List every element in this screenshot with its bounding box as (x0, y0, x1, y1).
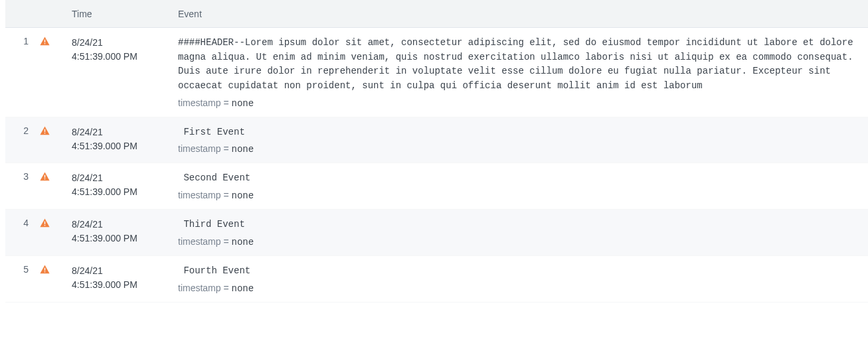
table-row[interactable]: 4 8/24/21 4:51:39.000 PM Third Event tim… (5, 210, 868, 256)
row-status (35, 218, 72, 247)
row-clock: 4:51:39.000 PM (72, 139, 171, 153)
warning-icon (39, 171, 50, 182)
row-number: 4 (5, 218, 35, 247)
row-date: 8/24/21 (72, 36, 171, 50)
row-status (35, 36, 72, 109)
row-event: ####HEADER--Lorem ipsum dolor sit amet, … (178, 36, 868, 109)
row-clock: 4:51:39.000 PM (72, 185, 171, 199)
event-meta: timestamp = none (178, 236, 855, 247)
event-meta: timestamp = none (178, 98, 855, 109)
meta-value: none (232, 98, 254, 109)
warning-icon (39, 36, 50, 47)
event-raw-text: First Event (178, 125, 855, 140)
row-clock: 4:51:39.000 PM (72, 278, 171, 292)
row-date: 8/24/21 (72, 264, 171, 278)
meta-key: timestamp (178, 190, 221, 200)
row-clock: 4:51:39.000 PM (72, 50, 171, 64)
svg-rect-2 (44, 129, 45, 131)
row-time: 8/24/21 4:51:39.000 PM (72, 264, 178, 294)
col-header-time[interactable]: Time (72, 9, 178, 19)
meta-key: timestamp (178, 98, 221, 108)
meta-value: none (232, 237, 254, 247)
row-clock: 4:51:39.000 PM (72, 232, 171, 245)
row-time: 8/24/21 4:51:39.000 PM (72, 36, 178, 109)
row-time: 8/24/21 4:51:39.000 PM (72, 171, 178, 201)
row-number: 5 (5, 264, 35, 294)
row-event: Third Event timestamp = none (178, 218, 868, 247)
event-raw-text: Fourth Event (178, 264, 855, 279)
row-time: 8/24/21 4:51:39.000 PM (72, 125, 178, 155)
svg-rect-8 (44, 267, 45, 270)
svg-rect-0 (44, 40, 45, 42)
warning-icon (39, 264, 50, 275)
row-date: 8/24/21 (72, 171, 171, 185)
row-number: 1 (5, 36, 35, 109)
event-meta: timestamp = none (178, 190, 855, 201)
row-number: 2 (5, 125, 35, 155)
row-status (35, 171, 72, 201)
row-date: 8/24/21 (72, 218, 171, 232)
svg-rect-3 (44, 133, 45, 133)
row-event: Second Event timestamp = none (178, 171, 868, 201)
svg-rect-1 (44, 43, 45, 44)
event-meta: timestamp = none (178, 143, 855, 155)
event-raw-text: Second Event (178, 171, 855, 186)
col-header-event[interactable]: Event (178, 9, 868, 19)
table-row[interactable]: 1 8/24/21 4:51:39.000 PM ####HEADER--Lor… (5, 28, 868, 117)
svg-rect-5 (44, 178, 45, 179)
row-time: 8/24/21 4:51:39.000 PM (72, 218, 178, 247)
row-event: Fourth Event timestamp = none (178, 264, 868, 294)
meta-value: none (232, 144, 254, 155)
table-header-row: Time Event (5, 0, 868, 28)
row-event: First Event timestamp = none (178, 125, 868, 155)
table-row[interactable]: 2 8/24/21 4:51:39.000 PM First Event tim… (5, 117, 868, 164)
meta-key: timestamp (178, 236, 221, 247)
svg-rect-9 (44, 271, 45, 272)
row-status (35, 125, 72, 155)
event-raw-text: Third Event (178, 218, 855, 232)
event-raw-text: ####HEADER--Lorem ipsum dolor sit amet, … (178, 36, 855, 94)
warning-icon (39, 125, 50, 137)
meta-key: timestamp (178, 143, 221, 154)
event-meta: timestamp = none (178, 283, 855, 294)
row-status (35, 264, 72, 294)
table-row[interactable]: 5 8/24/21 4:51:39.000 PM Fourth Event ti… (5, 256, 868, 303)
meta-value: none (232, 190, 254, 201)
row-number: 3 (5, 171, 35, 201)
svg-rect-6 (44, 222, 45, 224)
svg-rect-4 (44, 175, 45, 178)
events-table: Time Event 1 8/24/21 4:51:39.000 PM ####… (0, 0, 868, 303)
row-date: 8/24/21 (72, 125, 171, 139)
meta-key: timestamp (178, 283, 221, 293)
svg-rect-7 (44, 225, 45, 226)
warning-icon (39, 218, 50, 229)
table-row[interactable]: 3 8/24/21 4:51:39.000 PM Second Event ti… (5, 163, 868, 210)
meta-value: none (232, 283, 254, 294)
